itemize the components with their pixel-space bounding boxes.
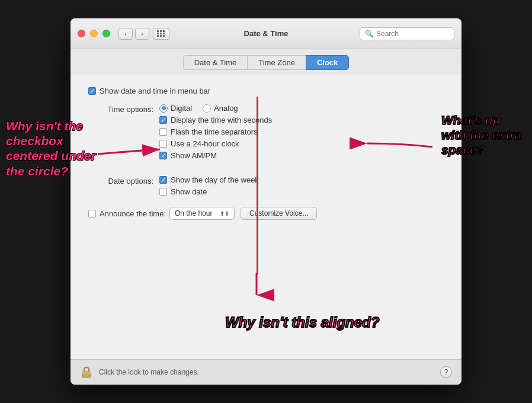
analog-radio[interactable] bbox=[203, 104, 211, 113]
help-button[interactable]: ? bbox=[440, 366, 452, 378]
show-ampm-label: Show AM/PM bbox=[171, 151, 217, 160]
time-opt-2: Use a 24-hour clock bbox=[159, 139, 272, 148]
announce-row: Announce the time: On the hour ⬆⬇ Custom… bbox=[88, 207, 444, 220]
search-icon: 🔍 bbox=[365, 30, 374, 38]
tab-time-zone[interactable]: Time Zone bbox=[247, 55, 306, 70]
show-ampm-checkbox[interactable] bbox=[159, 152, 167, 159]
date-options-label: Date options: bbox=[88, 175, 159, 185]
show-dayofweek-label: Show the day of the week bbox=[171, 175, 259, 184]
grid-icon bbox=[157, 30, 165, 37]
analog-radio-wrap: Analog bbox=[203, 104, 238, 113]
show-date-checkbox[interactable] bbox=[159, 188, 167, 196]
time-options-section: Time options: Digital Analog Disp bbox=[88, 104, 444, 160]
menubar-label: Show date and time in menu bar bbox=[100, 87, 210, 95]
date-options-col: Show the day of the week Show date bbox=[159, 175, 259, 196]
digital-radio-wrap: Digital bbox=[159, 104, 192, 113]
announce-dropdown[interactable]: On the hour ⬆⬇ bbox=[169, 207, 235, 220]
lock-icon bbox=[80, 366, 93, 379]
customize-voice-button[interactable]: Customize Voice... bbox=[241, 207, 317, 220]
back-button[interactable]: ‹ bbox=[118, 28, 133, 40]
minimize-button[interactable] bbox=[90, 30, 98, 37]
svg-rect-4 bbox=[82, 372, 91, 375]
dropdown-value: On the hour bbox=[175, 209, 212, 218]
flash-separators-label: Flash the time separators bbox=[171, 127, 258, 136]
menubar-row: Show date and time in menu bar bbox=[88, 87, 444, 95]
announce-checkbox[interactable] bbox=[88, 210, 96, 218]
search-box[interactable]: 🔍 bbox=[360, 27, 454, 40]
traffic-lights bbox=[78, 30, 110, 37]
menubar-checkbox-wrap: Show date and time in menu bar bbox=[88, 87, 210, 95]
menubar-checkbox[interactable] bbox=[88, 87, 96, 95]
window-title: Date & Time bbox=[244, 29, 289, 38]
date-opt-0: Show the day of the week bbox=[159, 175, 259, 184]
annotation-left: Why isn't the checkbox centered under th… bbox=[6, 119, 98, 178]
show-date-label: Show date bbox=[171, 187, 207, 196]
nav-buttons: ‹ › bbox=[118, 28, 149, 40]
time-options-label: Time options: bbox=[88, 104, 159, 114]
titlebar: ‹ › Date & Time 🔍 bbox=[70, 18, 462, 49]
annotation-bottom: Why isn't this aligned? bbox=[225, 314, 379, 331]
time-options-col: Digital Analog Display the time with sec… bbox=[159, 104, 272, 160]
digital-analog-row: Digital Analog bbox=[159, 104, 272, 113]
dropdown-arrow-icon: ⬆⬇ bbox=[220, 210, 229, 217]
tab-date-time[interactable]: Date & Time bbox=[183, 55, 248, 70]
announce-label: Announce the time: bbox=[100, 209, 166, 218]
grid-button[interactable] bbox=[153, 28, 169, 40]
annotation-right: What's up with the extra space? bbox=[441, 113, 527, 158]
use-24hour-checkbox[interactable] bbox=[159, 140, 167, 148]
close-button[interactable] bbox=[78, 30, 85, 37]
time-opt-3: Show AM/PM bbox=[159, 151, 272, 160]
bottom-bar: Click the lock to make changes. ? bbox=[70, 359, 462, 385]
alignment-indicator-line bbox=[257, 97, 258, 274]
maximize-button[interactable] bbox=[102, 30, 110, 37]
show-dayofweek-checkbox[interactable] bbox=[159, 176, 167, 184]
forward-button[interactable]: › bbox=[135, 28, 149, 40]
use-24hour-label: Use a 24-hour clock bbox=[171, 139, 239, 148]
time-opt-0: Display the time with seconds bbox=[159, 116, 272, 124]
time-opt-1: Flash the time separators bbox=[159, 127, 272, 136]
digital-label: Digital bbox=[171, 104, 192, 113]
tab-clock[interactable]: Clock bbox=[306, 55, 349, 70]
tabs-bar: Date & Time Time Zone Clock bbox=[70, 49, 462, 75]
date-options-section: Date options: Show the day of the week S… bbox=[88, 175, 444, 196]
date-opt-1: Show date bbox=[159, 187, 259, 196]
digital-radio[interactable] bbox=[159, 104, 168, 113]
lock-text: Click the lock to make changes. bbox=[99, 368, 199, 376]
analog-label: Analog bbox=[214, 104, 238, 113]
flash-separators-checkbox[interactable] bbox=[159, 128, 167, 136]
display-seconds-checkbox[interactable] bbox=[159, 116, 167, 124]
search-input[interactable] bbox=[376, 30, 449, 38]
